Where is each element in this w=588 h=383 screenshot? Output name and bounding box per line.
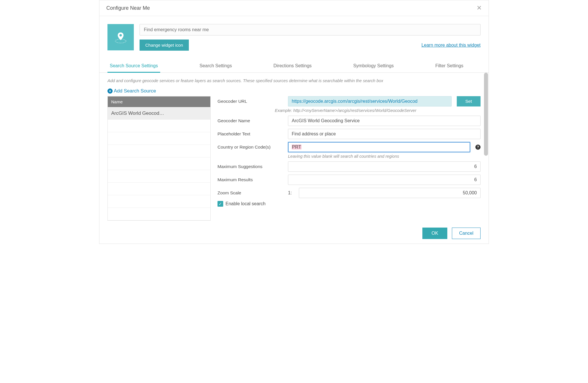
max-results-input[interactable] <box>288 175 481 185</box>
country-code-row: Country or Region Code(s) PRT ? <box>217 142 481 152</box>
geocoder-name-row: Geocoder Name <box>217 116 481 126</box>
widget-name-input[interactable] <box>140 24 481 35</box>
dialog-header: Configure Near Me ✕ <box>99 0 489 16</box>
max-suggestions-label: Maximum Suggestions <box>217 164 283 169</box>
source-list-empty-row <box>108 183 210 195</box>
tab-filter-settings[interactable]: Filter Settings <box>433 60 466 73</box>
form-area: Geocoder URL Set Example: http://<myServ… <box>217 96 481 221</box>
source-list-empty-row <box>108 195 210 208</box>
learn-more-link[interactable]: Learn more about this widget <box>422 43 481 48</box>
max-suggestions-row: Maximum Suggestions <box>217 161 481 172</box>
close-button[interactable]: ✕ <box>477 4 482 12</box>
source-list-empty-row <box>108 170 210 183</box>
set-button[interactable]: Set <box>457 96 481 106</box>
checkbox-checked-icon[interactable]: ✓ <box>217 201 223 207</box>
configure-dialog: Configure Near Me ✕ Change widget icon L… <box>99 0 489 244</box>
geocoder-name-label: Geocoder Name <box>217 118 283 123</box>
widget-icon <box>107 24 134 50</box>
content-area: Add and configure geocode services or fe… <box>99 73 489 224</box>
source-list-item[interactable]: ArcGIS World Geocod… <box>108 107 210 120</box>
widget-actions: Change widget icon Learn more about this… <box>140 40 481 51</box>
geocoder-url-input[interactable] <box>288 96 452 106</box>
tab-search-source-settings[interactable]: Search Source Settings <box>107 60 160 73</box>
source-list-empty-row <box>108 157 210 170</box>
tab-symbology-settings[interactable]: Symbology Settings <box>351 60 396 73</box>
placeholder-input[interactable] <box>288 129 481 139</box>
widget-right-col: Change widget icon Learn more about this… <box>140 24 481 51</box>
help-icon[interactable]: ? <box>475 145 481 150</box>
change-widget-icon-button[interactable]: Change widget icon <box>140 40 189 51</box>
enable-local-search-label: Enable local search <box>226 201 266 206</box>
plus-icon: + <box>107 88 113 94</box>
geocoder-url-row: Geocoder URL Set <box>217 96 481 106</box>
source-list-empty-row <box>108 208 210 220</box>
svg-point-1 <box>119 34 122 36</box>
geocoder-url-example: Example: http://<myServerName>/arcgis/re… <box>275 108 481 113</box>
source-list-empty-row <box>108 120 210 132</box>
max-results-row: Maximum Results <box>217 175 481 185</box>
ok-button[interactable]: OK <box>422 228 447 239</box>
country-code-hint: Leaving this value blank will search all… <box>288 154 481 159</box>
helper-text: Add and configure geocode services or fe… <box>107 78 481 83</box>
source-list-empty-row <box>108 145 210 157</box>
source-list: Name ArcGIS World Geocod… <box>107 96 211 221</box>
enable-local-search-row[interactable]: ✓ Enable local search <box>217 201 481 207</box>
max-results-label: Maximum Results <box>217 177 283 182</box>
zoom-scale-label: Zoom Scale <box>217 190 283 196</box>
country-code-input[interactable]: PRT <box>288 142 470 152</box>
geocoder-url-label: Geocoder URL <box>217 99 283 104</box>
placeholder-row: Placeholder Text <box>217 129 481 139</box>
zoom-scale-input[interactable] <box>299 188 481 198</box>
scrollbar[interactable] <box>484 73 488 156</box>
zoom-scale-row: Zoom Scale 1: <box>217 188 481 198</box>
near-me-icon <box>113 29 128 45</box>
tabs: Search Source Settings Search Settings D… <box>99 60 489 73</box>
dialog-footer: OK Cancel <box>99 224 489 244</box>
tab-directions-settings[interactable]: Directions Settings <box>271 60 314 73</box>
dialog-title: Configure Near Me <box>106 5 150 11</box>
source-list-empty-row <box>108 132 210 145</box>
placeholder-label: Placeholder Text <box>217 131 283 137</box>
cancel-button[interactable]: Cancel <box>452 228 481 239</box>
source-list-header: Name <box>108 96 210 107</box>
add-source-label: Add Search Source <box>114 88 156 94</box>
two-column-layout: Name ArcGIS World Geocod… Geocoder URL S… <box>107 96 481 221</box>
geocoder-name-input[interactable] <box>288 116 481 126</box>
country-code-label: Country or Region Code(s) <box>217 145 283 150</box>
country-code-value: PRT <box>292 145 301 149</box>
zoom-prefix: 1: <box>288 190 294 196</box>
max-suggestions-input[interactable] <box>288 161 481 172</box>
add-search-source-button[interactable]: + Add Search Source <box>107 88 481 94</box>
widget-config-row: Change widget icon Learn more about this… <box>99 16 489 51</box>
tab-search-settings[interactable]: Search Settings <box>197 60 234 73</box>
